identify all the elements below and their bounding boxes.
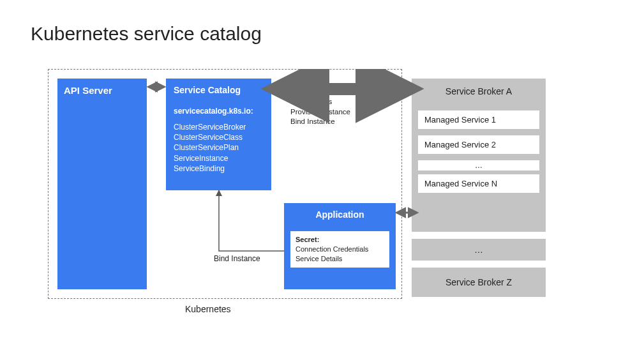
osb-action: List Services (290, 97, 350, 107)
page-title: Kubernetes service catalog (31, 23, 262, 45)
managed-service-item: Managed Service 2 (418, 135, 539, 154)
osb-action: Provision Instance (290, 107, 350, 118)
managed-service-item: Managed Service N (418, 174, 539, 193)
secret-line: Connection Credentials (296, 245, 384, 254)
secret-title: Secret: (296, 235, 384, 245)
service-broker-a-title: Service Broker A (418, 86, 539, 96)
bind-instance-label: Bind Instance (214, 254, 260, 263)
kubernetes-label: Kubernetes (185, 304, 231, 314)
osb-actions: List Services Provision Instance Bind In… (290, 97, 350, 127)
service-broker-z-box: Service Broker Z (412, 268, 546, 297)
secret-box: Secret: Connection Credentials Service D… (290, 231, 389, 268)
api-server-box: API Server (57, 79, 147, 289)
secret-line: Service Details (296, 254, 384, 264)
resource-item: ServiceBinding (174, 163, 264, 174)
diagram-canvas: Kubernetes API Server Service Catalog se… (48, 69, 578, 337)
resource-item: ServiceInstance (174, 153, 264, 163)
resource-item: ClusterServiceBroker (174, 122, 264, 132)
api-server-title: API Server (64, 85, 140, 96)
service-broker-a-box: Service Broker A Managed Service 1 Manag… (412, 79, 546, 232)
resource-list: ClusterServiceBroker ClusterServiceClass… (174, 122, 264, 174)
managed-service-ellipsis: … (418, 160, 539, 171)
resource-item: ClusterServiceClass (174, 132, 264, 142)
application-box: Application Secret: Connection Credentia… (284, 203, 396, 289)
osb-action: Bind Instance (290, 117, 350, 127)
osb-api-label: Open Service Broker API (290, 83, 402, 95)
service-catalog-box: Service Catalog servicecatalog.k8s.io: C… (166, 79, 271, 190)
api-group-label: servicecatalog.k8s.io: (174, 107, 264, 116)
broker-ellipsis: … (412, 239, 546, 261)
application-title: Application (290, 209, 389, 220)
resource-item: ClusterServicePlan (174, 142, 264, 153)
managed-service-item: Managed Service 1 (418, 110, 539, 129)
service-catalog-title: Service Catalog (174, 85, 264, 95)
